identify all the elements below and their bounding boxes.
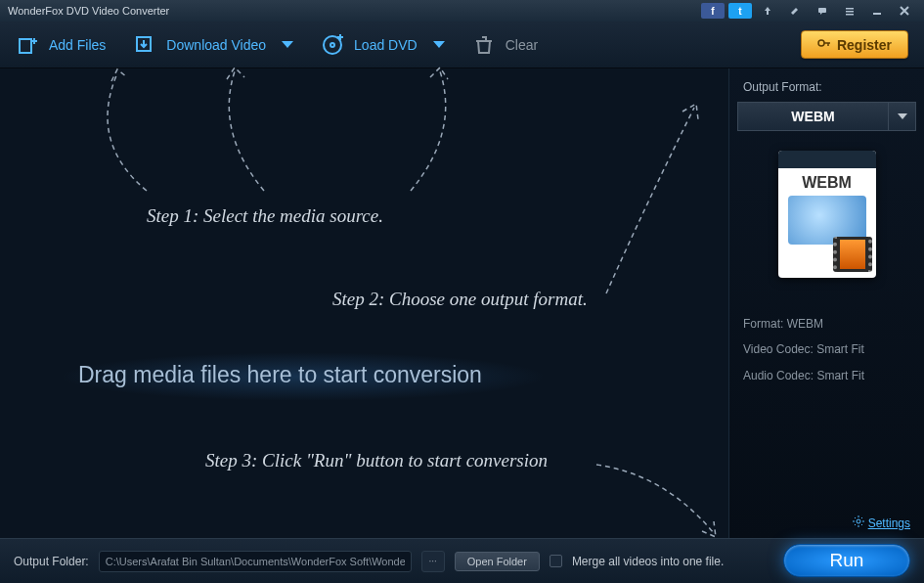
clear-label: Clear <box>506 37 538 53</box>
clear-button[interactable]: Clear <box>472 33 538 57</box>
title-bar: WonderFox DVD Video Converter f t <box>0 0 924 22</box>
merge-label: Merge all videos into one file. <box>572 555 724 568</box>
update-icon[interactable] <box>756 3 779 19</box>
drop-zone[interactable]: Step 1: Select the media source. Step 2:… <box>0 68 728 538</box>
svg-point-7 <box>324 36 341 54</box>
main-toolbar: Add Files Download Video Load DVD Clear … <box>0 22 924 68</box>
output-folder-input[interactable] <box>99 551 412 572</box>
bottom-bar: Output Folder: ··· Open Folder Merge all… <box>0 538 924 583</box>
run-button[interactable]: Run <box>783 544 910 577</box>
svg-rect-1 <box>846 8 854 10</box>
output-format-label: Output Format: <box>729 76 924 98</box>
twitter-icon[interactable]: t <box>728 3 752 19</box>
merge-checkbox[interactable] <box>550 555 562 567</box>
tools-icon[interactable] <box>783 3 807 19</box>
facebook-icon[interactable]: f <box>701 3 725 19</box>
arrow-2 <box>186 64 303 201</box>
svg-point-10 <box>857 519 860 523</box>
trash-icon <box>472 33 496 57</box>
arrow-4 <box>587 88 733 303</box>
format-info: Format: WEBM Video Codec: Smart Fit Audi… <box>729 307 924 392</box>
svg-point-9 <box>818 40 824 46</box>
step2-hint: Step 2: Choose one output format. <box>332 289 588 310</box>
feedback-icon[interactable] <box>811 3 834 19</box>
arrow-3 <box>391 64 508 201</box>
menu-icon[interactable] <box>838 3 861 19</box>
dvd-icon <box>321 33 344 57</box>
svg-rect-2 <box>846 11 854 13</box>
add-files-label: Add Files <box>49 37 106 53</box>
format-selector[interactable]: WEBM <box>737 102 916 131</box>
minimize-icon[interactable] <box>865 3 889 19</box>
settings-link[interactable]: Settings <box>853 516 910 530</box>
add-files-button[interactable]: Add Files <box>16 33 106 57</box>
register-button[interactable]: Register <box>801 30 908 59</box>
svg-point-8 <box>330 43 334 47</box>
svg-rect-0 <box>818 8 826 13</box>
load-dvd-button[interactable]: Load DVD <box>321 33 445 57</box>
settings-label: Settings <box>868 516 910 530</box>
download-video-label: Download Video <box>166 37 266 53</box>
svg-rect-4 <box>873 13 881 15</box>
chevron-down-icon <box>433 41 445 48</box>
format-thumbnail[interactable]: WEBM <box>778 151 876 278</box>
load-dvd-label: Load DVD <box>354 37 418 53</box>
browse-button[interactable]: ··· <box>421 551 445 572</box>
download-icon <box>133 33 156 57</box>
chevron-down-icon <box>282 41 293 48</box>
step3-hint: Step 3: Click "Run" button to start conv… <box>205 450 548 471</box>
register-label: Register <box>837 37 892 53</box>
download-video-button[interactable]: Download Video <box>133 33 293 57</box>
key-icon <box>817 36 831 53</box>
open-folder-button[interactable]: Open Folder <box>455 552 540 571</box>
output-sidebar: Output Format: WEBM WEBM Format: WEBM Vi… <box>728 68 924 538</box>
chevron-down-icon <box>888 103 915 130</box>
gear-icon <box>853 516 864 530</box>
window-title: WonderFox DVD Video Converter <box>8 5 701 17</box>
step1-hint: Step 1: Select the media source. <box>147 205 383 227</box>
output-folder-label: Output Folder: <box>14 555 89 568</box>
thumb-label: WEBM <box>778 168 876 196</box>
drag-hint: Drag media files here to start conversio… <box>78 362 482 388</box>
svg-rect-3 <box>846 14 854 16</box>
add-files-icon <box>16 33 39 57</box>
selected-format: WEBM <box>738 109 888 124</box>
close-icon[interactable] <box>893 3 916 19</box>
svg-rect-5 <box>20 39 31 53</box>
system-buttons: f t <box>701 3 916 19</box>
